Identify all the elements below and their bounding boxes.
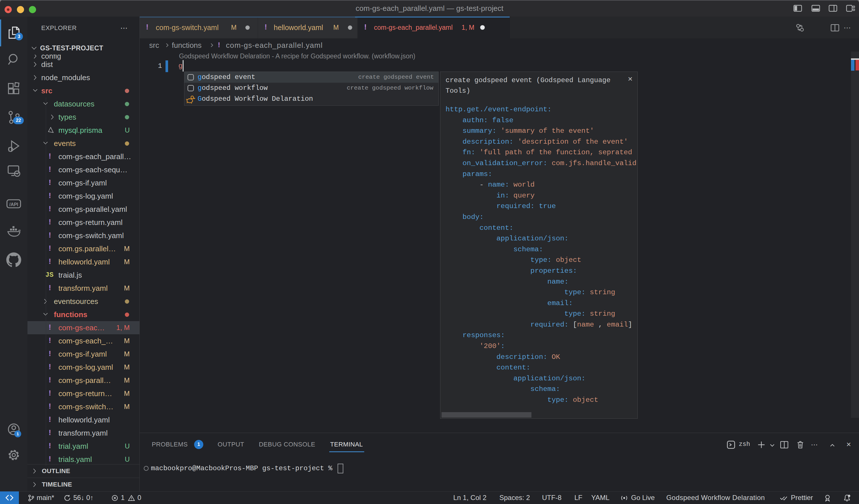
svg-text:/API: /API [10, 202, 18, 207]
